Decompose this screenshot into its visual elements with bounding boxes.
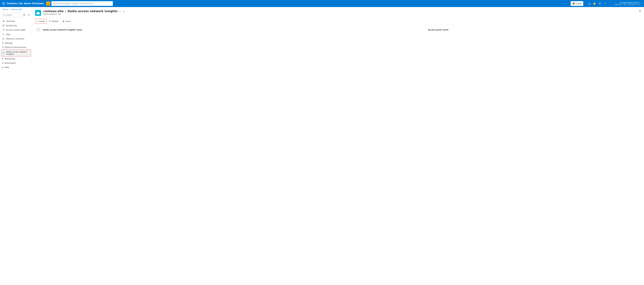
sidebar-item-automation[interactable]: ▶ Automation (0, 61, 32, 65)
chevron-right-help-icon: ▶ (2, 66, 4, 68)
chevron-right-automation-icon: ▶ (2, 62, 4, 64)
search-icon: 🔍 (53, 2, 55, 5)
refresh-icon: ↻ (49, 20, 51, 22)
svg-line-13 (4, 38, 4, 39)
chevron-right-icon: ▶ (2, 42, 4, 44)
sidebar-item-radio-access-label: Radio access network insights (6, 51, 30, 55)
topbar-icons: ◫ 🔔 ⚙ ? 👤 (587, 1, 613, 6)
svg-point-10 (3, 39, 3, 40)
topbar-separator (585, 2, 585, 5)
sidebar-item-physical-infra[interactable]: ▼ Physical infrastructure (0, 45, 32, 49)
help-icon[interactable]: ? (603, 1, 608, 6)
breadcrumb-home[interactable]: Home (2, 8, 8, 10)
more-options-icon[interactable]: … (123, 10, 125, 12)
svg-point-6 (3, 29, 4, 30)
topbar: Contoso, Ltd. Azure (Preview) 🐛 🔍 Copilo… (0, 0, 644, 7)
create-button[interactable]: + Create (35, 19, 47, 24)
iam-icon (2, 29, 5, 31)
sidebar-item-tags-label: Tags (6, 33, 10, 36)
cube-icon (2, 52, 5, 54)
sidebar-item-help-label: Help (5, 66, 9, 68)
chevron-right-monitoring-icon: ▶ (2, 58, 4, 60)
svg-rect-16 (36, 12, 40, 14)
svg-point-11 (4, 39, 4, 40)
breadcrumb-separator: > (8, 8, 10, 10)
gear-icon[interactable]: ⚙ (598, 1, 602, 6)
sidebar-search-icon: 🔍 (3, 14, 5, 16)
delete-icon: 🗑 (62, 20, 64, 22)
copilot-label: Copilot (576, 2, 582, 5)
refresh-label: Refresh (52, 20, 58, 22)
filter-icon[interactable] (22, 13, 26, 17)
table-header-name[interactable]: Radio access network insights name (41, 27, 426, 32)
plus-icon: + (37, 20, 38, 22)
toolbar: + Create ↻ Refresh 🗑 Delete (32, 18, 644, 25)
bell-icon[interactable]: 🔔 (592, 1, 597, 6)
close-button[interactable]: ✕ (639, 9, 641, 12)
page-title-text: Radio access network insights (68, 9, 118, 13)
copilot-icon (572, 2, 575, 5)
pin-icon (2, 20, 5, 22)
page-header: contoso-site | Radio access network insi… (32, 7, 644, 18)
sidebar-item-resource-visualizer-label: Resource visualizer (6, 38, 24, 40)
resource-name: contoso-site (43, 9, 64, 13)
hamburger-menu[interactable] (2, 2, 6, 5)
sidebar-item-settings-label: Settings (5, 42, 12, 44)
table-area: Radio access network insights name Acces… (32, 25, 644, 285)
favorite-star-icon[interactable]: ☆ (119, 10, 121, 12)
sidebar-item-help[interactable]: ▶ Help (0, 65, 32, 70)
sidebar-item-monitoring[interactable]: ▶ Monitoring (0, 57, 32, 61)
sidebar-item-tags[interactable]: Tags (0, 32, 32, 36)
global-search-input[interactable] (56, 2, 112, 5)
sidebar: Home > contoso-site 🔍 (0, 7, 32, 285)
content-area: contoso-site | Radio access network insi… (32, 7, 644, 285)
sidebar-item-overview[interactable]: Overview (0, 19, 32, 23)
sidebar-item-radio-access-box: Radio access network insights (1, 50, 31, 56)
topbar-title: Contoso, Ltd. Azure (Preview) (7, 2, 44, 5)
copilot-button[interactable]: Copilot (571, 1, 583, 6)
page-subtitle: Mobile Network Site (43, 13, 636, 15)
sidebar-nav: Overview Activity log Access control (IA… (0, 18, 32, 285)
table-header-checkbox (35, 27, 41, 32)
user-name: chrisqpublic@contoso.c.... (614, 2, 642, 4)
user-profile[interactable]: chrisqpublic@contoso.c.... CONTOSO, LTD.… (614, 2, 642, 6)
breadcrumb-current: contoso-site (10, 8, 22, 10)
delete-label: Delete (66, 20, 71, 22)
user-org: CONTOSO, LTD. (CONTOSO, LTD..... (614, 4, 642, 6)
page-header-text: contoso-site | Radio access network insi… (43, 9, 636, 15)
sidebar-search[interactable]: 🔍 (2, 13, 22, 17)
global-search[interactable]: 🔍 (51, 1, 113, 6)
delete-button[interactable]: 🗑 Delete (61, 19, 73, 24)
tag-icon (2, 33, 5, 36)
svg-line-12 (3, 38, 4, 39)
breadcrumb: Home > contoso-site (0, 7, 32, 12)
screen-icon[interactable]: ◫ (587, 1, 592, 6)
select-all-checkbox[interactable] (37, 28, 40, 31)
sidebar-item-iam[interactable]: Access control (IAM) (0, 28, 32, 32)
svg-point-8 (3, 34, 3, 34)
svg-rect-3 (3, 25, 4, 26)
sidebar-item-resource-visualizer[interactable]: Resource visualizer (0, 36, 32, 41)
sidebar-item-iam-label: Access control (IAM) (6, 29, 26, 31)
sidebar-search-input[interactable] (6, 14, 20, 16)
sidebar-item-activity-log-label: Activity log (6, 24, 17, 27)
activity-icon (2, 24, 5, 27)
table-header-access-count[interactable]: Access point count (426, 27, 641, 32)
svg-point-9 (3, 38, 4, 38)
refresh-button[interactable]: ↻ Refresh (48, 19, 60, 24)
people-icon[interactable]: 👤 (608, 1, 613, 6)
sidebar-item-physical-infra-label: Physical infrastructure (5, 46, 26, 48)
page-title: contoso-site | Radio access network insi… (43, 9, 636, 13)
sidebar-item-radio-access[interactable]: Radio access network insights (1, 50, 31, 56)
sidebar-item-settings[interactable]: ▶ Settings (0, 41, 32, 45)
viz-icon (2, 38, 5, 40)
sidebar-search-row: 🔍 (0, 12, 32, 18)
table-header-row: Radio access network insights name Acces… (35, 27, 641, 32)
resource-icon (35, 10, 41, 16)
sidebar-item-activity-log[interactable]: Activity log (0, 23, 32, 28)
sidebar-item-automation-label: Automation (5, 62, 16, 64)
page-title-separator: | (65, 9, 66, 13)
bug-icon[interactable]: 🐛 (46, 2, 50, 6)
sidebar-item-overview-label: Overview (6, 20, 15, 22)
collapse-icon[interactable] (27, 13, 31, 17)
